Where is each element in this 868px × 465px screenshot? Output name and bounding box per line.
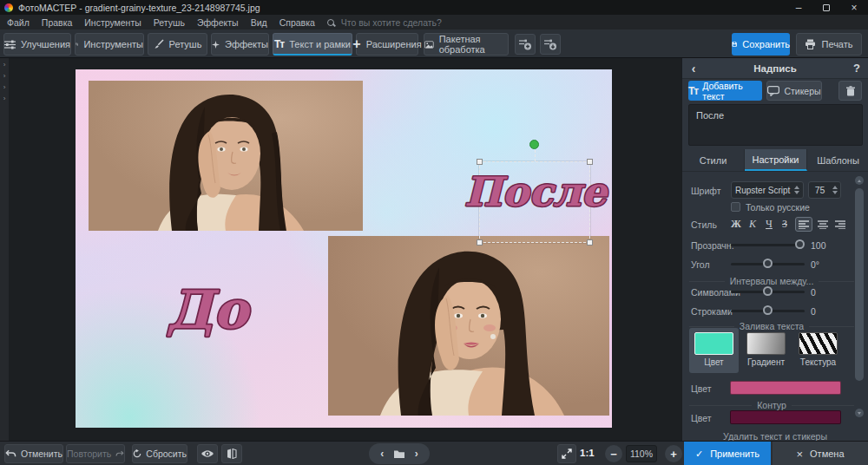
help-icon[interactable]: ? bbox=[845, 62, 868, 75]
tab-label: Ретушь bbox=[169, 39, 202, 49]
chars-spacing-slider[interactable] bbox=[731, 291, 805, 293]
tab-improvements[interactable]: Улучшения bbox=[3, 33, 71, 56]
print-button[interactable]: Печать bbox=[796, 33, 862, 56]
menu-file[interactable]: Файл bbox=[7, 17, 30, 28]
reset-button[interactable]: Сбросить bbox=[132, 444, 187, 463]
text-object-before[interactable]: До bbox=[138, 271, 277, 350]
menu-edit[interactable]: Правка bbox=[42, 17, 72, 28]
strikethrough-button[interactable]: З bbox=[778, 217, 792, 231]
tab-extensions[interactable]: + Расширения bbox=[356, 33, 418, 56]
tab-batch-processing[interactable]: Пакетная обработка bbox=[424, 33, 509, 56]
opacity-slider[interactable] bbox=[731, 244, 805, 246]
add-text-button[interactable]: Тт Добавить текст bbox=[688, 81, 762, 101]
text-selection-box[interactable]: После bbox=[479, 161, 590, 243]
align-right-button[interactable] bbox=[832, 217, 849, 232]
import-preset-button[interactable] bbox=[540, 34, 561, 55]
back-icon[interactable]: ‹ bbox=[682, 62, 705, 75]
resize-handle-bottom-right[interactable] bbox=[587, 239, 593, 246]
only-russian-checkbox[interactable] bbox=[731, 202, 740, 212]
font-select[interactable]: Rupster Script I bbox=[731, 181, 804, 199]
fill-texture-option[interactable]: Текстура bbox=[793, 328, 843, 373]
font-size-stepper[interactable]: 75 bbox=[808, 181, 841, 199]
tab-settings[interactable]: Настройки bbox=[745, 149, 807, 171]
previous-file-button[interactable]: ‹ bbox=[380, 449, 384, 459]
tab-effects[interactable]: Эффекты bbox=[211, 33, 269, 56]
align-left-button[interactable] bbox=[795, 217, 812, 232]
tab-tools[interactable]: Инструменты bbox=[75, 33, 144, 56]
zoom-in-button[interactable]: + bbox=[665, 445, 682, 462]
cancel-label: Отмена bbox=[810, 449, 844, 459]
scroll-down-button[interactable] bbox=[855, 409, 864, 417]
delete-text-button[interactable] bbox=[838, 81, 862, 101]
panel-expand-icon[interactable]: › bbox=[1, 95, 8, 103]
lines-spacing-slider[interactable] bbox=[731, 310, 805, 312]
apply-button[interactable]: ✓ Применить bbox=[684, 442, 771, 465]
menu-tools[interactable]: Инструменты bbox=[84, 17, 141, 28]
search-input[interactable] bbox=[339, 16, 496, 29]
italic-button[interactable]: К bbox=[746, 217, 760, 231]
redo-button[interactable]: Повторить bbox=[66, 444, 125, 463]
text-object-after[interactable]: После bbox=[470, 159, 602, 228]
command-search[interactable] bbox=[327, 16, 496, 29]
maximize-button[interactable] bbox=[812, 0, 840, 15]
resize-handle-bottom-left[interactable] bbox=[477, 239, 483, 246]
cancel-button[interactable]: × Отмена bbox=[773, 442, 868, 465]
menu-help[interactable]: Справка bbox=[279, 17, 315, 28]
fit-to-screen-button[interactable] bbox=[557, 444, 576, 463]
portrait-after-photo[interactable] bbox=[328, 236, 609, 416]
zoom-level[interactable]: 110% bbox=[626, 445, 657, 462]
undo-button[interactable]: Отменить bbox=[4, 444, 63, 463]
underline-button[interactable]: Ч bbox=[762, 217, 776, 231]
next-file-button[interactable]: › bbox=[415, 449, 418, 459]
panel-title: Надпись bbox=[705, 63, 845, 74]
chars-spacing-thumb[interactable] bbox=[763, 286, 773, 296]
tab-retouch[interactable]: Ретушь bbox=[148, 33, 207, 56]
outline-color-picker[interactable] bbox=[730, 410, 841, 424]
panel-expand-icon[interactable]: › bbox=[1, 61, 8, 69]
lines-spacing-thumb[interactable] bbox=[763, 305, 773, 315]
panel-scrollbar[interactable] bbox=[855, 188, 864, 381]
minimize-button[interactable]: – bbox=[785, 0, 812, 15]
menu-view[interactable]: Вид bbox=[251, 17, 267, 28]
portrait-before-photo[interactable] bbox=[89, 81, 363, 231]
stepper-arrows-icon bbox=[832, 186, 838, 194]
align-right-icon bbox=[835, 220, 845, 229]
folder-icon[interactable] bbox=[393, 449, 405, 459]
scroll-up-button[interactable] bbox=[855, 176, 864, 185]
zoom-out-button[interactable]: − bbox=[605, 445, 622, 462]
floppy-icon bbox=[732, 39, 737, 49]
angle-slider[interactable] bbox=[731, 263, 805, 265]
fill-color-picker[interactable] bbox=[730, 381, 841, 395]
stickers-button[interactable]: Стикеры bbox=[766, 81, 822, 101]
before-after-compare-button[interactable] bbox=[221, 444, 242, 463]
text-tool-icon: Тт bbox=[274, 38, 284, 50]
bold-button[interactable]: Ж bbox=[729, 217, 743, 231]
rotation-handle[interactable] bbox=[529, 140, 539, 149]
fill-color-option[interactable]: Цвет bbox=[689, 328, 739, 373]
tab-styles[interactable]: Стили bbox=[682, 149, 745, 171]
canvas-image[interactable]: До После bbox=[76, 69, 612, 428]
panel-expand-icon[interactable]: › bbox=[1, 72, 8, 81]
preset-download-icon bbox=[543, 38, 557, 50]
reset-label: Сбросить bbox=[146, 449, 187, 459]
text-content-field[interactable]: После bbox=[688, 104, 863, 146]
lines-spacing-value: 0 bbox=[811, 306, 842, 317]
add-preset-button[interactable] bbox=[515, 34, 536, 55]
actual-size-button[interactable]: 1:1 bbox=[580, 448, 595, 458]
cross-icon: × bbox=[796, 448, 803, 461]
menu-retouch[interactable]: Ретушь bbox=[154, 17, 185, 28]
tab-text-and-frames[interactable]: Тт Текст и рамки bbox=[273, 33, 352, 56]
opacity-slider-thumb[interactable] bbox=[795, 239, 805, 249]
panel-expand-icon[interactable]: › bbox=[1, 83, 8, 92]
save-button[interactable]: Сохранить bbox=[732, 33, 790, 56]
close-button[interactable]: × bbox=[840, 0, 868, 15]
angle-slider-thumb[interactable] bbox=[763, 259, 773, 268]
show-original-button[interactable] bbox=[197, 444, 218, 463]
scroll-up-icon bbox=[858, 180, 861, 182]
tab-templates[interactable]: Шаблоны bbox=[807, 149, 868, 171]
redo-icon bbox=[115, 449, 124, 458]
fill-gradient-option[interactable]: Градиент bbox=[741, 328, 791, 373]
menu-effects[interactable]: Эффекты bbox=[197, 17, 239, 28]
align-center-button[interactable] bbox=[814, 217, 832, 232]
angle-value: 0° bbox=[811, 259, 842, 270]
